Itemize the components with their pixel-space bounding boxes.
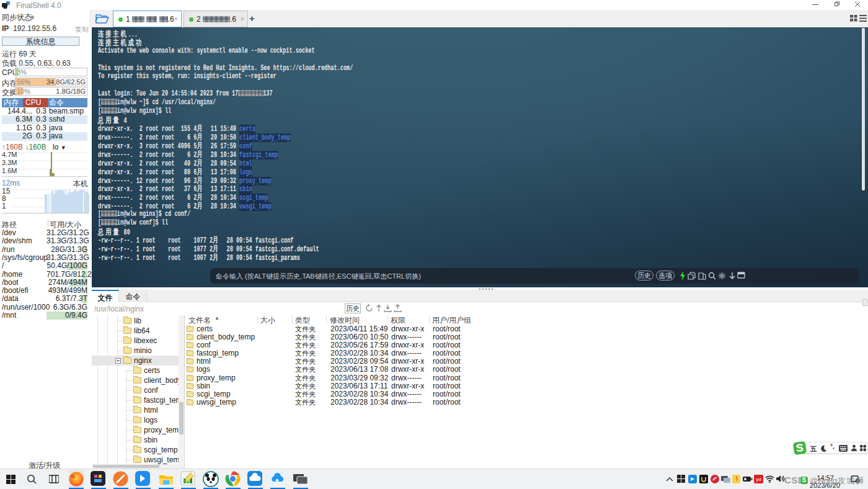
svg-text:yd: yd [756,477,761,482]
